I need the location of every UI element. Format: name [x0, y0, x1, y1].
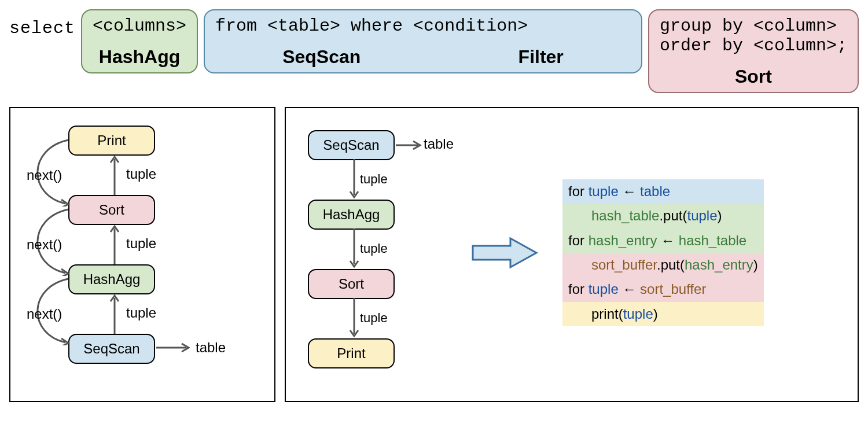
arrow-down-icon [348, 298, 360, 338]
table-label: table [196, 340, 226, 356]
arrow-right-icon [396, 139, 422, 151]
pseudo-line: for tuple ← sort_buffer [562, 277, 764, 301]
pseudo-line: for tuple ← table [562, 179, 764, 204]
tuple-label: tuple [360, 311, 388, 326]
tuple-label: tuple [126, 235, 156, 252]
stage-sort: Sort [308, 269, 395, 299]
next-label: next() [27, 237, 62, 253]
arrow-down-icon [348, 228, 360, 269]
stage-hashagg: HashAgg [68, 264, 155, 294]
big-arrow-icon [470, 235, 539, 270]
table-label: table [424, 136, 454, 152]
pseudocode: for tuple ← table hash_table.put(tuple) … [562, 179, 764, 326]
stage-seqscan: SeqScan [308, 130, 395, 160]
sql-columns-text: <columns> [93, 16, 186, 36]
filter-label: Filter [518, 46, 564, 68]
pseudo-line: hash_table.put(tuple) [562, 204, 764, 228]
stage-print: Print [308, 338, 395, 368]
arrow-up-icon [109, 224, 120, 264]
stage-print: Print [68, 126, 155, 156]
iterator-panel: Print Sort HashAgg SeqScan next() next() [9, 107, 275, 402]
pseudo-line: print(tuple) [562, 302, 764, 326]
stage-seqscan: SeqScan [68, 334, 155, 364]
pipeline-column: SeqScan HashAgg Sort Print tuple tuple t… [296, 119, 447, 387]
panels-row: Print Sort HashAgg SeqScan next() next() [9, 107, 859, 402]
svg-marker-8 [473, 238, 536, 267]
tuple-label: tuple [126, 305, 156, 321]
pseudo-line: sort_buffer.put(hash_entry) [562, 253, 764, 277]
seqscan-label: SeqScan [282, 46, 361, 68]
sort-label: Sort [735, 66, 772, 87]
arrow-down-icon [348, 159, 360, 200]
tuple-label: tuple [360, 172, 388, 187]
pipeline-panel: SeqScan HashAgg Sort Print tuple tuple t… [285, 107, 859, 402]
hashagg-label: HashAgg [99, 46, 180, 68]
sql-from-box: from <table> where <condition> SeqScan F… [204, 9, 642, 73]
arrow-up-icon [109, 293, 120, 334]
next-label: next() [27, 167, 62, 183]
pseudo-line: for hash_entry ← hash_table [562, 228, 764, 253]
stage-sort: Sort [68, 195, 155, 225]
select-keyword: select [9, 9, 75, 38]
sql-orderby-text: order by <column>; [660, 36, 847, 56]
tuple-label: tuple [126, 166, 156, 182]
arrow-up-icon [109, 154, 120, 195]
sql-row: select <columns> HashAgg from <table> wh… [9, 9, 859, 93]
sql-columns-box: <columns> HashAgg [81, 9, 198, 73]
next-label: next() [27, 306, 62, 322]
stage-hashagg: HashAgg [308, 200, 395, 230]
sql-sort-box: group by <column> order by <column>; Sor… [648, 9, 859, 93]
sql-from-text: from <table> where <condition> [215, 16, 631, 36]
arrow-right-icon [156, 342, 191, 353]
tuple-label: tuple [360, 241, 388, 256]
sql-groupby-text: group by <column> [660, 16, 847, 36]
